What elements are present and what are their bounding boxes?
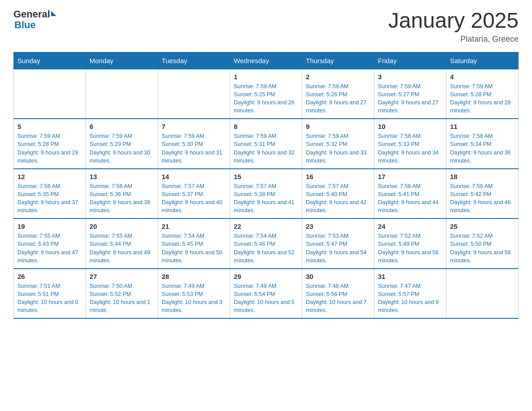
- calendar-cell: 18Sunrise: 7:56 AMSunset: 5:42 PMDayligh…: [446, 169, 519, 219]
- calendar-cell: 14Sunrise: 7:57 AMSunset: 5:37 PMDayligh…: [158, 169, 230, 219]
- day-info: Sunrise: 7:56 AMSunset: 5:41 PMDaylight:…: [378, 182, 442, 215]
- page-header: General Blue January 2025 Plataria, Gree…: [13, 9, 519, 44]
- day-number: 7: [162, 122, 226, 131]
- calendar-cell: 2Sunrise: 7:59 AMSunset: 5:26 PMDaylight…: [302, 69, 374, 119]
- day-number: 3: [378, 72, 442, 81]
- day-info: Sunrise: 7:58 AMSunset: 5:34 PMDaylight:…: [450, 132, 515, 165]
- day-of-week-header: Tuesday: [158, 52, 230, 69]
- calendar-cell: 22Sunrise: 7:54 AMSunset: 5:46 PMDayligh…: [230, 218, 302, 269]
- day-info: Sunrise: 7:56 AMSunset: 5:42 PMDaylight:…: [450, 182, 515, 215]
- day-info: Sunrise: 7:53 AMSunset: 5:47 PMDaylight:…: [306, 232, 370, 265]
- calendar-week-row: 19Sunrise: 7:55 AMSunset: 5:43 PMDayligh…: [14, 218, 519, 269]
- day-info: Sunrise: 7:59 AMSunset: 5:28 PMDaylight:…: [17, 132, 82, 165]
- calendar-cell: [446, 269, 519, 319]
- day-info: Sunrise: 7:58 AMSunset: 5:33 PMDaylight:…: [378, 132, 442, 165]
- day-info: Sunrise: 7:52 AMSunset: 5:49 PMDaylight:…: [378, 232, 442, 265]
- day-number: 16: [306, 172, 370, 181]
- day-info: Sunrise: 7:58 AMSunset: 5:35 PMDaylight:…: [17, 182, 82, 215]
- day-info: Sunrise: 7:59 AMSunset: 5:30 PMDaylight:…: [162, 132, 226, 165]
- calendar-cell: 3Sunrise: 7:59 AMSunset: 5:27 PMDaylight…: [374, 69, 446, 119]
- day-number: 20: [90, 222, 154, 231]
- day-info: Sunrise: 7:55 AMSunset: 5:43 PMDaylight:…: [17, 232, 82, 265]
- calendar-cell: 6Sunrise: 7:59 AMSunset: 5:29 PMDaylight…: [86, 119, 158, 169]
- day-number: 29: [234, 272, 298, 281]
- day-info: Sunrise: 7:59 AMSunset: 5:27 PMDaylight:…: [378, 82, 442, 115]
- day-info: Sunrise: 7:59 AMSunset: 5:29 PMDaylight:…: [90, 132, 154, 165]
- calendar-cell: 13Sunrise: 7:58 AMSunset: 5:36 PMDayligh…: [86, 169, 158, 219]
- day-info: Sunrise: 7:59 AMSunset: 5:26 PMDaylight:…: [306, 82, 370, 115]
- day-number: 2: [306, 72, 370, 81]
- calendar-cell: 17Sunrise: 7:56 AMSunset: 5:41 PMDayligh…: [374, 169, 446, 219]
- calendar-subtitle: Plataria, Greece: [388, 34, 519, 44]
- calendar-cell: 12Sunrise: 7:58 AMSunset: 5:35 PMDayligh…: [14, 169, 86, 219]
- day-of-week-header: Saturday: [446, 52, 519, 69]
- calendar-week-row: 12Sunrise: 7:58 AMSunset: 5:35 PMDayligh…: [14, 169, 519, 219]
- day-number: 23: [306, 222, 370, 231]
- day-info: Sunrise: 7:51 AMSunset: 5:51 PMDaylight:…: [17, 282, 82, 315]
- day-number: 4: [450, 72, 515, 81]
- calendar-cell: 16Sunrise: 7:57 AMSunset: 5:40 PMDayligh…: [302, 169, 374, 219]
- calendar-cell: 1Sunrise: 7:59 AMSunset: 5:25 PMDaylight…: [230, 69, 302, 119]
- calendar-cell: [158, 69, 230, 119]
- calendar-cell: 29Sunrise: 7:49 AMSunset: 5:54 PMDayligh…: [230, 269, 302, 319]
- day-info: Sunrise: 7:59 AMSunset: 5:31 PMDaylight:…: [234, 132, 298, 165]
- day-number: 15: [234, 172, 298, 181]
- day-number: 30: [306, 272, 370, 281]
- day-of-week-header: Wednesday: [230, 52, 302, 69]
- calendar-cell: 20Sunrise: 7:55 AMSunset: 5:44 PMDayligh…: [86, 218, 158, 269]
- day-info: Sunrise: 7:49 AMSunset: 5:54 PMDaylight:…: [234, 282, 298, 315]
- calendar-cell: 9Sunrise: 7:59 AMSunset: 5:32 PMDaylight…: [302, 119, 374, 169]
- day-number: 13: [90, 172, 154, 181]
- day-of-week-header: Thursday: [302, 52, 374, 69]
- day-info: Sunrise: 7:49 AMSunset: 5:53 PMDaylight:…: [162, 282, 226, 315]
- calendar-cell: 8Sunrise: 7:59 AMSunset: 5:31 PMDaylight…: [230, 119, 302, 169]
- calendar-cell: 31Sunrise: 7:47 AMSunset: 5:57 PMDayligh…: [374, 269, 446, 319]
- calendar-cell: 28Sunrise: 7:49 AMSunset: 5:53 PMDayligh…: [158, 269, 230, 319]
- day-info: Sunrise: 7:57 AMSunset: 5:37 PMDaylight:…: [162, 182, 226, 215]
- day-number: 26: [17, 272, 82, 281]
- calendar-cell: 4Sunrise: 7:59 AMSunset: 5:28 PMDaylight…: [446, 69, 519, 119]
- calendar-table: SundayMondayTuesdayWednesdayThursdayFrid…: [13, 52, 519, 319]
- day-number: 10: [378, 122, 442, 131]
- day-info: Sunrise: 7:55 AMSunset: 5:44 PMDaylight:…: [90, 232, 154, 265]
- day-info: Sunrise: 7:57 AMSunset: 5:40 PMDaylight:…: [306, 182, 370, 215]
- day-of-week-header: Friday: [374, 52, 446, 69]
- calendar-cell: 30Sunrise: 7:48 AMSunset: 5:56 PMDayligh…: [302, 269, 374, 319]
- day-info: Sunrise: 7:59 AMSunset: 5:28 PMDaylight:…: [450, 82, 515, 115]
- logo-arrow-icon: [51, 11, 56, 16]
- day-number: 6: [90, 122, 154, 131]
- day-info: Sunrise: 7:57 AMSunset: 5:38 PMDaylight:…: [234, 182, 298, 215]
- calendar-cell: 5Sunrise: 7:59 AMSunset: 5:28 PMDaylight…: [14, 119, 86, 169]
- day-number: 5: [17, 122, 82, 131]
- day-info: Sunrise: 7:48 AMSunset: 5:56 PMDaylight:…: [306, 282, 370, 315]
- day-number: 8: [234, 122, 298, 131]
- day-number: 18: [450, 172, 515, 181]
- day-number: 17: [378, 172, 442, 181]
- calendar-cell: [86, 69, 158, 119]
- day-of-week-header: Monday: [86, 52, 158, 69]
- day-number: 24: [378, 222, 442, 231]
- calendar-cell: 26Sunrise: 7:51 AMSunset: 5:51 PMDayligh…: [14, 269, 86, 319]
- day-number: 12: [17, 172, 82, 181]
- day-number: 27: [90, 272, 154, 281]
- calendar-cell: 10Sunrise: 7:58 AMSunset: 5:33 PMDayligh…: [374, 119, 446, 169]
- calendar-cell: 11Sunrise: 7:58 AMSunset: 5:34 PMDayligh…: [446, 119, 519, 169]
- calendar-cell: 25Sunrise: 7:52 AMSunset: 5:50 PMDayligh…: [446, 218, 519, 269]
- day-info: Sunrise: 7:54 AMSunset: 5:45 PMDaylight:…: [162, 232, 226, 265]
- calendar-cell: 19Sunrise: 7:55 AMSunset: 5:43 PMDayligh…: [14, 218, 86, 269]
- day-number: 25: [450, 222, 515, 231]
- calendar-cell: [14, 69, 86, 119]
- calendar-cell: 24Sunrise: 7:52 AMSunset: 5:49 PMDayligh…: [374, 218, 446, 269]
- calendar-title: January 2025: [388, 9, 519, 33]
- logo: General Blue: [13, 9, 56, 30]
- calendar-header-row: SundayMondayTuesdayWednesdayThursdayFrid…: [14, 52, 519, 69]
- day-number: 19: [17, 222, 82, 231]
- day-number: 1: [234, 72, 298, 81]
- day-info: Sunrise: 7:59 AMSunset: 5:25 PMDaylight:…: [234, 82, 298, 115]
- day-info: Sunrise: 7:59 AMSunset: 5:32 PMDaylight:…: [306, 132, 370, 165]
- day-info: Sunrise: 7:47 AMSunset: 5:57 PMDaylight:…: [378, 282, 442, 315]
- day-number: 22: [234, 222, 298, 231]
- calendar-week-row: 1Sunrise: 7:59 AMSunset: 5:25 PMDaylight…: [14, 69, 519, 119]
- calendar-week-row: 5Sunrise: 7:59 AMSunset: 5:28 PMDaylight…: [14, 119, 519, 169]
- day-info: Sunrise: 7:54 AMSunset: 5:46 PMDaylight:…: [234, 232, 298, 265]
